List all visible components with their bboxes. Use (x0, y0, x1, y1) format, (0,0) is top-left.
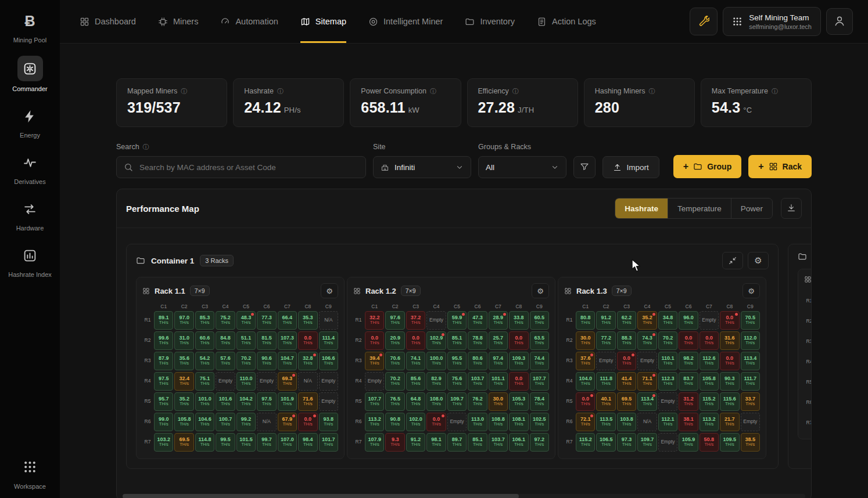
miner-cell[interactable]: 9.3TH/s (385, 433, 404, 452)
miner-cell[interactable]: Empty (741, 413, 760, 431)
miner-cell[interactable]: 0.0TH/s (700, 331, 719, 350)
miner-cell[interactable]: 72.1TH/s (576, 413, 595, 431)
miner-cell[interactable]: 89.7TH/s (447, 433, 467, 452)
sidebar-item-workspace[interactable]: Workspace (0, 456, 60, 490)
miner-cell[interactable]: 71.6TH/s (298, 392, 317, 411)
miner-cell[interactable]: 0.0TH/s (298, 331, 317, 350)
miner-cell[interactable]: 0.0TH/s (679, 331, 698, 350)
miner-cell[interactable]: 0.0TH/s (365, 331, 384, 350)
miner-cell[interactable]: 32.8TH/s (298, 352, 317, 370)
miner-cell[interactable]: 80.6TH/s (468, 352, 487, 370)
miner-cell[interactable]: 101.7TH/s (319, 433, 338, 452)
miner-cell[interactable]: Empty (658, 392, 677, 411)
nav-item-intelligent-miner[interactable]: Intelligent Miner (368, 0, 443, 43)
miner-cell[interactable]: 85.6TH/s (406, 372, 425, 391)
miner-cell[interactable]: 104.2TH/s (236, 392, 256, 411)
map-tab-temperature[interactable]: Temperature (668, 199, 731, 218)
miner-cell[interactable]: 90.8TH/s (385, 413, 404, 431)
miner-cell[interactable]: 59.9TH/s (447, 311, 467, 330)
miner-cell[interactable]: 60.5TH/s (530, 311, 549, 330)
miner-cell[interactable]: 90.3TH/s (720, 372, 739, 391)
miner-cell[interactable]: 0.0TH/s (576, 392, 595, 411)
miner-cell[interactable]: 100.0TH/s (426, 352, 446, 370)
miner-cell[interactable]: 108.1TH/s (509, 413, 528, 431)
miner-cell[interactable]: 115.2TH/s (700, 392, 719, 411)
miner-cell[interactable]: 76.5TH/s (385, 392, 404, 411)
miner-cell[interactable]: 110.1TH/s (658, 352, 677, 370)
miner-cell[interactable]: 0.0TH/s (426, 413, 446, 431)
tools-button[interactable] (690, 8, 718, 35)
miner-cell[interactable]: 32.2TH/s (365, 311, 384, 330)
miner-cell[interactable]: 51.1TH/s (236, 331, 256, 350)
site-select[interactable]: Infiniti (373, 156, 471, 178)
miner-cell[interactable]: 70.2TH/s (236, 352, 256, 370)
miner-cell[interactable]: 35.2TH/s (637, 311, 657, 330)
miner-cell[interactable]: 108.8TH/s (489, 413, 508, 431)
miner-cell[interactable]: 63.5TH/s (530, 331, 549, 350)
miner-cell[interactable]: 99.2TH/s (236, 413, 256, 431)
miner-cell[interactable]: Empty (319, 372, 338, 391)
miner-cell[interactable]: 105.8TH/s (700, 372, 719, 391)
miner-cell[interactable]: 88.3TH/s (617, 331, 636, 350)
miner-cell[interactable]: 103.7TH/s (468, 372, 487, 391)
miner-cell[interactable]: 105.3TH/s (509, 392, 528, 411)
rack-settings-button[interactable]: ⚙ (532, 283, 549, 298)
miner-cell[interactable]: 111.8TH/s (596, 372, 615, 391)
horizontal-scrollbar[interactable] (123, 494, 805, 498)
miner-cell[interactable]: 113.2TH/s (365, 413, 384, 431)
miner-cell[interactable]: 70.5TH/s (741, 311, 760, 330)
miner-cell[interactable]: 60.6TH/s (195, 331, 214, 350)
filter-button[interactable] (573, 156, 596, 178)
miner-cell[interactable]: 102.9TH/s (426, 331, 446, 350)
miner-cell[interactable]: 31.2TH/s (679, 392, 698, 411)
miner-cell[interactable]: 0.0TH/s (509, 372, 528, 391)
import-button[interactable]: Import (602, 156, 659, 178)
miner-cell[interactable]: 62.2TH/s (617, 311, 636, 330)
miner-cell[interactable]: 103.2TH/s (154, 433, 173, 452)
sidebar-item-hashrate-index[interactable]: Hashrate Index (0, 244, 60, 278)
miner-cell[interactable]: 20.9TH/s (385, 331, 404, 350)
miner-cell[interactable]: 38.1TH/s (679, 413, 698, 431)
miner-cell[interactable]: 85.3TH/s (195, 311, 214, 330)
miner-cell[interactable]: 70.2TH/s (385, 372, 404, 391)
miner-cell[interactable]: 83.7TH/s (679, 372, 698, 391)
miner-cell[interactable]: 89.1TH/s (154, 311, 173, 330)
miner-cell[interactable]: 102.5TH/s (530, 413, 549, 431)
miner-cell[interactable]: 99.7TH/s (257, 433, 276, 452)
miner-cell[interactable]: 110.0TH/s (236, 372, 256, 391)
miner-cell[interactable]: Empty (426, 311, 446, 330)
miner-cell[interactable]: 0.0TH/s (298, 413, 317, 431)
miner-cell[interactable]: 30.0TH/s (576, 331, 595, 350)
miner-cell[interactable]: 107.7TH/s (365, 392, 384, 411)
miner-cell[interactable]: 70.2TH/s (658, 331, 677, 350)
miner-cell[interactable]: 99.6TH/s (154, 331, 173, 350)
groups-racks-select[interactable]: All (478, 156, 566, 178)
miner-cell[interactable]: 90.6TH/s (257, 352, 276, 370)
miner-cell[interactable]: 101.1TH/s (489, 372, 508, 391)
nav-item-action-logs[interactable]: Action Logs (537, 0, 596, 43)
miner-cell[interactable]: 101.9TH/s (278, 392, 297, 411)
nav-item-miners[interactable]: Miners (158, 0, 199, 43)
miner-cell[interactable]: 91.2TH/s (406, 433, 425, 452)
miner-cell[interactable]: 33.8TH/s (509, 311, 528, 330)
miner-cell[interactable]: 98.4TH/s (298, 433, 317, 452)
miner-cell[interactable]: 67.9TH/s (278, 413, 297, 431)
sidebar-item-mining-pool[interactable]: ɃMining Pool (0, 9, 60, 44)
nav-item-automation[interactable]: Automation (220, 0, 278, 43)
miner-cell[interactable]: 109.3TH/s (509, 352, 528, 370)
miner-cell[interactable]: 97.4TH/s (489, 352, 508, 370)
miner-cell[interactable]: 0.0TH/s (720, 352, 739, 370)
search-input[interactable] (116, 156, 366, 178)
miner-cell[interactable]: 0.0TH/s (406, 331, 425, 350)
miner-cell[interactable]: 103.8TH/s (617, 413, 636, 431)
miner-cell[interactable]: 84.8TH/s (216, 331, 235, 350)
miner-cell[interactable]: Empty (700, 311, 719, 330)
rack-settings-button[interactable]: ⚙ (743, 283, 760, 298)
miner-cell[interactable]: 98.1TH/s (426, 433, 446, 452)
miner-cell[interactable]: N/A (257, 413, 276, 431)
miner-cell[interactable]: Empty (596, 352, 615, 370)
sidebar-item-commander[interactable]: Commander (0, 56, 60, 92)
miner-cell[interactable]: 111.4TH/s (319, 331, 338, 350)
miner-cell[interactable]: Empty (658, 433, 677, 452)
miner-cell[interactable]: 102.0TH/s (406, 413, 425, 431)
